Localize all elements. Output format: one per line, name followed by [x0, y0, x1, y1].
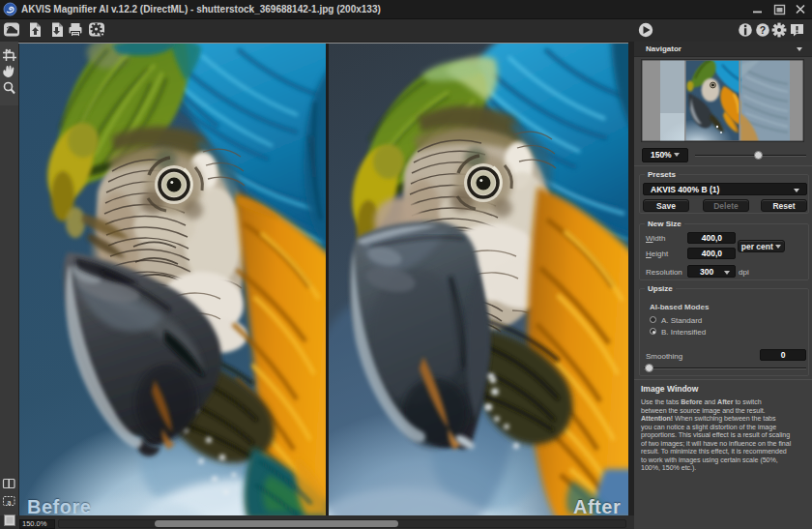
svg-text:a: a [8, 499, 12, 506]
svg-text:?: ? [760, 24, 766, 36]
